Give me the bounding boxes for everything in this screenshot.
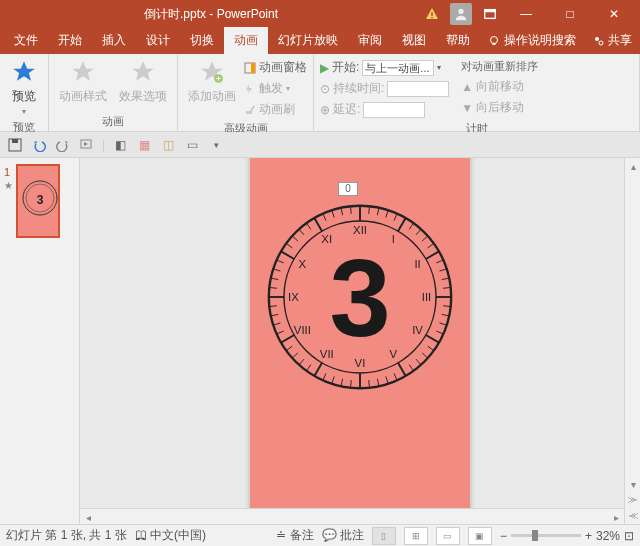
slide-editor[interactable]: 0 XIIIIIIIIIVVVIVIIVIIIIXXXI 3 ▴ ▾ ⪼ ⪻ ◂… <box>80 158 640 524</box>
zoom-in-button[interactable]: + <box>585 529 592 543</box>
scroll-left-icon[interactable]: ◂ <box>80 509 96 524</box>
tab-animations[interactable]: 动画 <box>224 27 268 54</box>
svg-text:IV: IV <box>412 324 423 336</box>
tab-transitions[interactable]: 切换 <box>180 27 224 54</box>
delay-row: ⊕延迟: <box>320 100 449 119</box>
scroll-up-icon[interactable]: ▴ <box>625 158 640 174</box>
svg-rect-1 <box>431 17 432 18</box>
tell-me-search[interactable]: 操作说明搜索 <box>480 27 584 54</box>
animation-tag[interactable]: 0 <box>338 182 358 196</box>
next-slide-icon[interactable]: ⪼ <box>625 492 640 508</box>
maximize-button[interactable]: □ <box>548 0 592 28</box>
delay-input[interactable] <box>363 102 425 118</box>
prev-slide-icon[interactable]: ⪻ <box>625 508 640 524</box>
svg-line-61 <box>281 335 294 343</box>
svg-line-74 <box>299 229 304 235</box>
svg-line-40 <box>436 331 443 334</box>
animation-pane-button[interactable]: 动画窗格 <box>244 58 307 77</box>
duration-input[interactable] <box>387 81 449 97</box>
qat-icon[interactable]: ▦ <box>135 136 153 154</box>
qat-icon[interactable]: ▭ <box>183 136 201 154</box>
user-avatar[interactable] <box>450 3 472 25</box>
svg-line-79 <box>341 208 343 215</box>
svg-line-48 <box>386 376 388 383</box>
scroll-right-icon[interactable]: ▸ <box>608 509 624 524</box>
group-label: 动画 <box>55 112 171 131</box>
svg-line-71 <box>281 251 294 259</box>
fit-to-window-button[interactable]: ⊡ <box>624 529 634 543</box>
slide-thumbnail-panel: 1 ★ 3 <box>0 158 80 524</box>
slideshow-view-button[interactable]: ▣ <box>468 527 492 545</box>
tab-design[interactable]: 设计 <box>136 27 180 54</box>
svg-text:I: I <box>392 233 395 245</box>
qat-icon[interactable]: ◧ <box>111 136 129 154</box>
duration-row: ⊙持续时间: <box>320 79 449 98</box>
preview-button[interactable]: 预览 ▾ <box>6 56 42 118</box>
svg-line-59 <box>292 353 298 358</box>
horizontal-scrollbar[interactable]: ◂ ▸ <box>80 508 624 524</box>
normal-view-button[interactable]: ▯ <box>372 527 396 545</box>
svg-line-41 <box>426 335 439 343</box>
tab-review[interactable]: 审阅 <box>348 27 392 54</box>
zoom-slider[interactable] <box>511 534 581 537</box>
svg-line-39 <box>440 323 447 325</box>
svg-line-45 <box>409 364 413 370</box>
svg-text:V: V <box>389 348 397 360</box>
svg-point-5 <box>491 36 498 43</box>
svg-line-26 <box>398 218 406 231</box>
tab-home[interactable]: 开始 <box>48 27 92 54</box>
title-bar: 倒计时.pptx - PowerPoint — □ ✕ <box>0 0 640 28</box>
group-timing: ▶开始: 与上一动画...▾ ⊙持续时间: ⊕延迟: 对动画重新排序 ▲向前移动… <box>314 54 640 131</box>
svg-line-37 <box>443 306 451 307</box>
tab-view[interactable]: 视图 <box>392 27 436 54</box>
vertical-scrollbar[interactable]: ▴ ▾ ⪼ ⪻ <box>624 158 640 524</box>
svg-point-8 <box>599 41 603 45</box>
undo-button[interactable] <box>30 136 48 154</box>
svg-line-56 <box>314 363 322 376</box>
reorder-label: 对动画重新排序 <box>461 58 538 75</box>
svg-line-24 <box>386 210 388 217</box>
slide-canvas[interactable]: 0 XIIIIIIIIIVVVIVIIVIIIIXXXI 3 <box>250 158 470 518</box>
svg-line-65 <box>269 306 277 307</box>
minimize-button[interactable]: — <box>504 0 548 28</box>
save-button[interactable] <box>6 136 24 154</box>
animation-styles-button: 动画样式 <box>55 56 111 107</box>
start-select[interactable]: 与上一动画... <box>362 60 434 76</box>
star-icon <box>129 58 157 86</box>
redo-button[interactable] <box>54 136 72 154</box>
zoom-out-button[interactable]: − <box>500 529 507 543</box>
countdown-number: 3 <box>329 233 390 360</box>
ribbon-options-icon[interactable] <box>482 6 498 22</box>
tab-file[interactable]: 文件 <box>4 27 48 54</box>
scroll-down-icon[interactable]: ▾ <box>625 476 640 492</box>
svg-line-33 <box>440 269 447 271</box>
comments-button[interactable]: 💬 批注 <box>322 527 364 544</box>
svg-line-60 <box>286 346 292 350</box>
zoom-level[interactable]: 32% <box>596 529 620 543</box>
svg-text:II: II <box>414 257 420 269</box>
star-plus-icon <box>198 58 226 86</box>
close-button[interactable]: ✕ <box>592 0 636 28</box>
tab-insert[interactable]: 插入 <box>92 27 136 54</box>
move-earlier-button: ▲向前移动 <box>461 77 538 96</box>
notes-button[interactable]: ≐ 备注 <box>276 527 313 544</box>
warning-icon <box>424 6 440 22</box>
svg-line-38 <box>442 314 449 316</box>
language-label[interactable]: 🕮 中文(中国) <box>135 527 206 544</box>
qat-icon[interactable]: ◫ <box>159 136 177 154</box>
animation-painter-button: 动画刷 <box>244 100 307 119</box>
svg-line-29 <box>422 236 428 241</box>
qat-more-icon[interactable]: ▾ <box>207 136 225 154</box>
svg-line-35 <box>443 287 451 288</box>
tab-help[interactable]: 帮助 <box>436 27 480 54</box>
share-button[interactable]: 共享 <box>585 27 640 54</box>
sorter-view-button[interactable]: ⊞ <box>404 527 428 545</box>
svg-line-64 <box>271 314 278 316</box>
svg-line-63 <box>273 323 280 325</box>
start-from-beginning-button[interactable] <box>78 136 96 154</box>
slide-thumbnail-1[interactable]: 1 ★ 3 <box>6 164 73 238</box>
tab-slideshow[interactable]: 幻灯片放映 <box>268 27 348 54</box>
svg-line-50 <box>369 380 370 388</box>
svg-point-7 <box>595 37 599 41</box>
reading-view-button[interactable]: ▭ <box>436 527 460 545</box>
